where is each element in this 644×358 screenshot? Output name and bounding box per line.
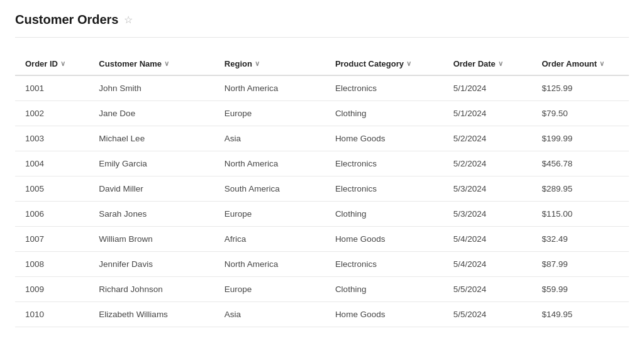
cell-order_amount-4: $289.95 [531, 176, 629, 202]
cell-customer_name-5: Sarah Jones [89, 202, 214, 227]
cell-product_category-0: Electronics [325, 75, 443, 101]
cell-order_date-3: 5/2/2024 [443, 151, 532, 176]
table-row: 1006Sarah JonesEuropeClothing5/3/2024$11… [15, 202, 629, 227]
cell-region-2: Asia [214, 126, 325, 151]
cell-region-9: Asia [214, 302, 325, 327]
col-header-order-amount[interactable]: Order Amount ∨ [531, 53, 629, 75]
sort-icon-product-category: ∨ [406, 60, 411, 68]
cell-order_id-4: 1005 [15, 176, 89, 202]
table-row: 1008Jennifer DavisNorth AmericaElectroni… [15, 252, 629, 277]
sort-icon-order-amount: ∨ [599, 60, 604, 68]
cell-customer_name-2: Michael Lee [89, 126, 214, 151]
cell-order_id-6: 1007 [15, 227, 89, 252]
cell-region-5: Europe [214, 202, 325, 227]
page-header: Customer Orders ☆ [15, 13, 629, 38]
table-row: 1009Richard JohnsonEuropeClothing5/5/202… [15, 277, 629, 302]
cell-product_category-3: Electronics [325, 151, 443, 176]
cell-customer_name-4: David Miller [89, 176, 214, 202]
sort-icon-region: ∨ [255, 60, 260, 68]
cell-order_amount-3: $456.78 [531, 151, 629, 176]
cell-product_category-2: Home Goods [325, 126, 443, 151]
cell-order_date-2: 5/2/2024 [443, 126, 532, 151]
sort-icon-order-date: ∨ [498, 60, 503, 68]
header-row: Order ID ∨ Customer Name ∨ Region ∨ [15, 53, 629, 75]
cell-order_date-4: 5/3/2024 [443, 176, 532, 202]
table-row: 1004Emily GarciaNorth AmericaElectronics… [15, 151, 629, 176]
cell-customer_name-7: Jennifer Davis [89, 252, 214, 277]
orders-table: Order ID ∨ Customer Name ∨ Region ∨ [15, 53, 629, 327]
cell-order_id-0: 1001 [15, 75, 89, 101]
cell-order_amount-0: $125.99 [531, 75, 629, 101]
cell-order_id-5: 1006 [15, 202, 89, 227]
cell-order_date-8: 5/5/2024 [443, 277, 532, 302]
cell-order_id-9: 1010 [15, 302, 89, 327]
cell-product_category-5: Clothing [325, 202, 443, 227]
table-row: 1002Jane DoeEuropeClothing5/1/2024$79.50 [15, 101, 629, 126]
cell-order_date-6: 5/4/2024 [443, 227, 532, 252]
cell-order_amount-6: $32.49 [531, 227, 629, 252]
cell-customer_name-8: Richard Johnson [89, 277, 214, 302]
cell-customer_name-0: John Smith [89, 75, 214, 101]
cell-order_amount-2: $199.99 [531, 126, 629, 151]
cell-order_date-9: 5/5/2024 [443, 302, 532, 327]
table-row: 1010Elizabeth WilliamsAsiaHome Goods5/5/… [15, 302, 629, 327]
cell-customer_name-3: Emily Garcia [89, 151, 214, 176]
sort-icon-customer-name: ∨ [164, 60, 169, 68]
cell-order_amount-8: $59.99 [531, 277, 629, 302]
table-header: Order ID ∨ Customer Name ∨ Region ∨ [15, 53, 629, 75]
cell-region-8: Europe [214, 277, 325, 302]
cell-customer_name-6: William Brown [89, 227, 214, 252]
cell-region-1: Europe [214, 101, 325, 126]
cell-product_category-7: Electronics [325, 252, 443, 277]
table-row: 1001John SmithNorth AmericaElectronics5/… [15, 75, 629, 101]
favorite-star-icon[interactable]: ☆ [124, 14, 133, 26]
page-title: Customer Orders [15, 13, 119, 27]
cell-product_category-9: Home Goods [325, 302, 443, 327]
cell-product_category-6: Home Goods [325, 227, 443, 252]
col-header-order-date[interactable]: Order Date ∨ [443, 53, 532, 75]
cell-region-4: South America [214, 176, 325, 202]
cell-product_category-1: Clothing [325, 101, 443, 126]
cell-order_id-7: 1008 [15, 252, 89, 277]
col-header-product-category[interactable]: Product Category ∨ [325, 53, 443, 75]
orders-table-container: Order ID ∨ Customer Name ∨ Region ∨ [15, 53, 629, 327]
sort-icon-order-id: ∨ [60, 60, 65, 68]
cell-customer_name-9: Elizabeth Williams [89, 302, 214, 327]
table-row: 1005David MillerSouth AmericaElectronics… [15, 176, 629, 202]
cell-order_date-5: 5/3/2024 [443, 202, 532, 227]
cell-order_id-1: 1002 [15, 101, 89, 126]
col-header-customer-name[interactable]: Customer Name ∨ [89, 53, 214, 75]
cell-product_category-4: Electronics [325, 176, 443, 202]
cell-region-7: North America [214, 252, 325, 277]
cell-region-0: North America [214, 75, 325, 101]
table-row: 1003Michael LeeAsiaHome Goods5/2/2024$19… [15, 126, 629, 151]
cell-region-6: Africa [214, 227, 325, 252]
cell-order_amount-7: $87.99 [531, 252, 629, 277]
col-header-order-id[interactable]: Order ID ∨ [15, 53, 89, 75]
cell-order_amount-9: $149.95 [531, 302, 629, 327]
cell-order_date-7: 5/4/2024 [443, 252, 532, 277]
cell-order_amount-1: $79.50 [531, 101, 629, 126]
cell-order_date-0: 5/1/2024 [443, 75, 532, 101]
col-header-region[interactable]: Region ∨ [214, 53, 325, 75]
cell-region-3: North America [214, 151, 325, 176]
cell-order_amount-5: $115.00 [531, 202, 629, 227]
cell-product_category-8: Clothing [325, 277, 443, 302]
cell-customer_name-1: Jane Doe [89, 101, 214, 126]
cell-order_id-3: 1004 [15, 151, 89, 176]
cell-order_id-2: 1003 [15, 126, 89, 151]
cell-order_id-8: 1009 [15, 277, 89, 302]
table-body: 1001John SmithNorth AmericaElectronics5/… [15, 75, 629, 327]
table-row: 1007William BrownAfricaHome Goods5/4/202… [15, 227, 629, 252]
cell-order_date-1: 5/1/2024 [443, 101, 532, 126]
